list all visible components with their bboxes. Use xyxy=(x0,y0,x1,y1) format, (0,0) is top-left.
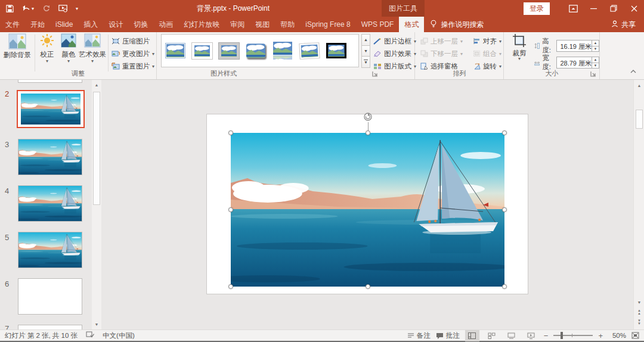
selected-picture[interactable] xyxy=(231,133,504,287)
zoom-in-button[interactable]: + xyxy=(598,331,603,340)
style-metal-frame[interactable] xyxy=(218,37,240,64)
save-icon[interactable] xyxy=(6,5,14,13)
fit-slide-to-window-button[interactable] xyxy=(631,332,639,339)
style-reflected-rectangle[interactable] xyxy=(271,37,294,64)
handle-bottom-center[interactable] xyxy=(366,284,370,289)
width-down[interactable]: ▼ xyxy=(592,63,599,69)
sign-in-button[interactable]: 登录 xyxy=(524,2,550,15)
style-moderate-frame-black[interactable] xyxy=(325,37,348,64)
thumbnail-scroll-thumb[interactable] xyxy=(93,92,100,205)
tab-home[interactable]: 开始 xyxy=(25,17,50,32)
reading-view-button[interactable] xyxy=(504,330,519,341)
slide-3-thumbnail[interactable] xyxy=(18,139,82,175)
zoom-slider-knob[interactable] xyxy=(561,332,563,339)
size-dialog-launcher[interactable] xyxy=(590,71,597,77)
slide-5-thumbnail[interactable] xyxy=(18,232,82,268)
tab-islide[interactable]: iSlide xyxy=(50,17,78,32)
restore-button[interactable] xyxy=(603,0,624,17)
undo-dropdown-caret[interactable]: ▾ xyxy=(32,7,34,11)
comments-button[interactable]: 批注 xyxy=(436,331,460,340)
rotation-handle[interactable] xyxy=(363,111,373,122)
normal-view-button[interactable] xyxy=(465,330,479,341)
slide-1-thumbnail-sliver[interactable] xyxy=(18,80,82,83)
thumbnail-scroll-down-icon[interactable]: ▼ xyxy=(92,321,101,328)
tell-me-search[interactable]: 操作说明搜索 xyxy=(424,17,490,32)
bring-forward-button[interactable]: 上移一层 ▾ xyxy=(420,35,463,47)
picture-layout-button[interactable]: 图片版式 ▾ xyxy=(373,60,416,72)
minimize-button[interactable] xyxy=(583,0,603,17)
display-settings-icon[interactable] xyxy=(86,331,94,340)
handle-top-center[interactable] xyxy=(366,130,370,135)
picture-styles-dialog-launcher[interactable] xyxy=(372,71,379,77)
gallery-scroll-down[interactable]: ▼ xyxy=(361,45,370,57)
tab-insert[interactable]: 插入 xyxy=(78,17,103,32)
tab-design[interactable]: 设计 xyxy=(103,17,128,32)
ribbon-display-options-icon[interactable] xyxy=(563,0,583,17)
height-up[interactable]: ▲ xyxy=(592,41,599,46)
align-button[interactable]: 对齐 ▾ xyxy=(473,35,501,47)
handle-mid-right[interactable] xyxy=(502,207,507,212)
tab-ispring[interactable]: iSpring Free 8 xyxy=(300,17,355,32)
scroll-thumb[interactable] xyxy=(636,110,643,129)
tab-help[interactable]: 帮助 xyxy=(275,17,300,32)
handle-top-left[interactable] xyxy=(228,130,233,135)
slide-sorter-view-button[interactable] xyxy=(485,330,499,341)
tab-animations[interactable]: 动画 xyxy=(153,17,178,32)
scroll-down-icon[interactable]: ▼ xyxy=(634,298,644,306)
language-indicator[interactable]: 中文(中国) xyxy=(103,331,135,340)
thumbnail-scroll-up-icon[interactable]: ▲ xyxy=(92,81,101,89)
handle-bottom-left[interactable] xyxy=(228,284,233,289)
zoom-slider[interactable] xyxy=(553,335,593,336)
collapse-ribbon-button[interactable] xyxy=(630,67,637,76)
previous-slide-button[interactable]: ▲▲ xyxy=(634,308,644,316)
scroll-up-icon[interactable]: ▲ xyxy=(634,81,644,89)
next-slide-button[interactable]: ▼▼ xyxy=(634,318,644,327)
style-beveled-matte-white[interactable] xyxy=(191,37,213,64)
tab-format[interactable]: 格式 xyxy=(399,17,424,32)
qat-customize-caret[interactable]: ▾ xyxy=(76,7,78,11)
slideshow-view-button[interactable] xyxy=(524,330,538,341)
tab-review[interactable]: 审阅 xyxy=(225,17,250,32)
handle-bottom-right[interactable] xyxy=(502,284,507,289)
start-slideshow-icon[interactable] xyxy=(58,5,67,13)
crop-button[interactable]: 裁剪 ▾ xyxy=(508,33,531,61)
slide-4-thumbnail[interactable] xyxy=(18,185,82,222)
tab-view[interactable]: 视图 xyxy=(250,17,275,32)
compress-pictures-button[interactable]: 压缩图片 xyxy=(112,35,150,47)
tab-slideshow[interactable]: 幻灯片放映 xyxy=(178,17,225,32)
change-picture-button[interactable]: 更改图片 ▾ xyxy=(112,48,154,60)
gallery-more-button[interactable]: ▼ xyxy=(361,56,370,68)
handle-top-right[interactable] xyxy=(502,130,507,135)
handle-mid-left[interactable] xyxy=(228,207,233,212)
style-relaxed-perspective-white[interactable] xyxy=(298,37,321,64)
height-down[interactable]: ▼ xyxy=(592,46,599,52)
color-button[interactable]: 颜色 ▾ xyxy=(58,33,79,63)
share-button[interactable]: 共享 xyxy=(603,17,644,32)
slide-counter[interactable]: 幻灯片 第 2 张, 共 10 张 xyxy=(5,331,78,340)
notes-button[interactable]: 备注 xyxy=(407,331,431,340)
corrections-button[interactable]: 校正 ▾ xyxy=(37,33,57,63)
send-backward-button[interactable]: 下移一层 ▾ xyxy=(420,48,463,60)
style-simple-frame-white[interactable] xyxy=(164,37,187,64)
artistic-effects-button[interactable]: 艺术效果 ▾ xyxy=(79,33,106,63)
width-input[interactable]: 28.79 厘米 ▲▼ xyxy=(556,57,599,69)
width-up[interactable]: ▲ xyxy=(592,57,599,63)
tab-file[interactable]: 文件 xyxy=(0,17,25,32)
slide-6-thumbnail[interactable] xyxy=(18,278,82,315)
picture-border-button[interactable]: 图片边框 ▾ xyxy=(373,35,416,47)
tab-wps-pdf[interactable]: WPS PDF xyxy=(356,17,400,32)
group-objects-button[interactable]: 组合 ▾ xyxy=(473,48,501,60)
height-input[interactable]: 16.19 厘米 ▲▼ xyxy=(556,40,599,52)
slide-7-thumbnail[interactable] xyxy=(18,325,82,329)
style-drop-shadow-rectangle[interactable] xyxy=(244,37,267,64)
slide-editing-surface[interactable] xyxy=(206,114,528,294)
gallery-scroll-up[interactable]: ▲ xyxy=(361,34,370,46)
zoom-out-button[interactable]: − xyxy=(544,331,549,340)
remove-background-button[interactable]: 删除背景 xyxy=(2,33,33,58)
zoom-percentage[interactable]: 50% xyxy=(608,332,626,339)
undo-icon[interactable]: ▾ xyxy=(22,5,34,12)
slide-2-thumbnail[interactable] xyxy=(17,90,85,128)
close-button[interactable] xyxy=(624,0,644,17)
picture-effects-button[interactable]: 图片效果 ▾ xyxy=(373,48,416,60)
tab-transitions[interactable]: 切换 xyxy=(128,17,153,32)
